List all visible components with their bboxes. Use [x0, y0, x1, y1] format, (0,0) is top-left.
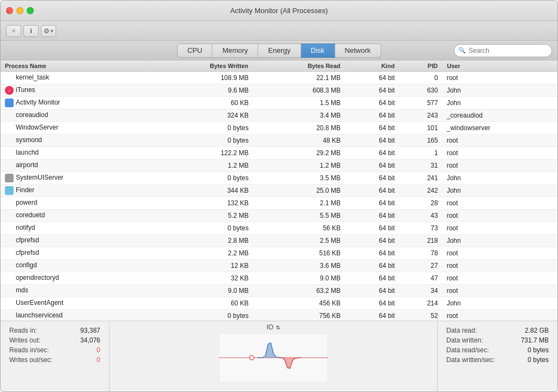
tab-memory[interactable]: Memory	[213, 44, 258, 58]
table-row[interactable]: opendirectoryd32 KB9.0 MB64 bit47root	[1, 272, 557, 285]
close-process-button[interactable]: ×	[6, 25, 21, 37]
col-header-kind[interactable]: Kind	[345, 60, 399, 72]
pid-cell: 31	[399, 160, 442, 172]
io-chart-svg	[219, 333, 328, 382]
user-cell: _windowserver	[442, 122, 557, 134]
table-row[interactable]: coreaudiod324 KB3.4 MB64 bit243_coreaudi…	[1, 109, 557, 122]
reads-in-label: Reads in:	[9, 327, 37, 334]
bytes-read-cell: 2.1 MB	[253, 197, 345, 210]
table-row[interactable]: airportd1.2 MB1.2 MB64 bit31root	[1, 160, 557, 172]
col-header-user[interactable]: User	[442, 60, 557, 72]
data-written-sec-label: Data written/sec:	[446, 356, 495, 364]
search-wrapper: 🔍	[454, 44, 552, 57]
table-row[interactable]: sysmond0 bytes48 KB64 bit165root	[1, 134, 557, 147]
bytes-read-cell: 456 KB	[253, 297, 345, 310]
data-read-sec-row: Data read/sec: 0 bytes	[446, 346, 549, 354]
minimize-button[interactable]	[16, 7, 23, 14]
bytes-read-cell: 48 KB	[253, 134, 345, 147]
kind-cell: 64 bit	[345, 260, 399, 272]
user-cell: root	[442, 272, 557, 285]
tab-disk[interactable]: Disk	[301, 44, 335, 58]
gear-button[interactable]: ⚙ ▾	[41, 25, 56, 37]
bytes-read-cell: 63.2 MB	[253, 285, 345, 297]
info-button[interactable]: i	[23, 25, 39, 37]
bytes-written-cell: 12 KB	[148, 260, 253, 272]
tab-cpu[interactable]: CPU	[177, 44, 213, 58]
search-input[interactable]	[454, 44, 552, 57]
col-header-name[interactable]: Process Name	[1, 60, 148, 72]
tab-energy[interactable]: Energy	[258, 44, 301, 58]
bytes-written-cell: 9.6 MB	[148, 84, 253, 97]
bytes-written-cell: 0 bytes	[148, 122, 253, 134]
table-row[interactable]: launchd122.2 MB29.2 MB64 bit1root	[1, 147, 557, 160]
table-row[interactable]: Activity Monitor60 KB1.5 MB64 bit577John	[1, 97, 557, 109]
table-row[interactable]: ♪iTunes9.6 MB608.3 MB64 bit630John	[1, 84, 557, 97]
io-chart-area: IO ⇅	[110, 321, 438, 391]
process-name-cell: airportd	[1, 160, 148, 172]
bytes-read-cell: 3.5 MB	[253, 172, 345, 185]
kind-cell: 64 bit	[345, 210, 399, 222]
table-row[interactable]: coreduetd5.2 MB5.5 MB64 bit43root	[1, 210, 557, 222]
bytes-written-cell: 122.2 MB	[148, 147, 253, 160]
close-button[interactable]: ×	[6, 7, 13, 14]
data-read-row: Data read: 2.82 GB	[446, 327, 549, 334]
table-row[interactable]: kernel_task108.9 MB22.1 MB64 bit0root	[1, 72, 557, 84]
kind-cell: 64 bit	[345, 172, 399, 185]
table-row[interactable]: UserEventAgent60 KB456 KB64 bit214John	[1, 297, 557, 310]
table-row[interactable]: Finder344 KB25.0 MB64 bit242John	[1, 185, 557, 197]
chart-label: IO	[266, 323, 274, 331]
writes-out-sec-row: Writes out/sec: 0	[9, 356, 100, 364]
pid-cell: 243	[399, 109, 442, 122]
bytes-read-cell: 1.2 MB	[253, 160, 345, 172]
chart-selector-icon[interactable]: ⇅	[276, 324, 280, 330]
writes-out-row: Writes out: 34,076	[9, 336, 100, 344]
process-name-cell: cfprefsd	[1, 235, 148, 247]
bytes-written-cell: 108.9 MB	[148, 72, 253, 84]
col-header-pid[interactable]: PID	[399, 60, 442, 72]
table-row[interactable]: SystemUIServer0 bytes3.5 MB64 bit241John	[1, 172, 557, 185]
table-row[interactable]: mds9.0 MB63.2 MB64 bit34root	[1, 285, 557, 297]
pid-cell: 52	[399, 310, 442, 321]
pid-cell: 214	[399, 297, 442, 310]
pid-cell: 101	[399, 122, 442, 134]
kind-cell: 64 bit	[345, 72, 399, 84]
tabbar: CPU Memory Energy Disk Network 🔍	[1, 41, 557, 60]
table-row[interactable]: cfprefsd2.2 MB516 KB64 bit78root	[1, 247, 557, 260]
user-cell: John	[442, 235, 557, 247]
pid-cell: 28	[399, 197, 442, 210]
traffic-lights: ×	[6, 7, 34, 14]
pid-cell: 577	[399, 97, 442, 109]
pid-cell: 27	[399, 260, 442, 272]
col-header-bytes-written[interactable]: Bytes Written	[148, 60, 253, 72]
kind-cell: 64 bit	[345, 185, 399, 197]
kind-cell: 64 bit	[345, 310, 399, 321]
process-name-cell: SystemUIServer	[1, 172, 148, 185]
reads-in-sec-value: 0	[96, 346, 100, 354]
table-row[interactable]: powerd132 KB2.1 MB64 bit28root	[1, 197, 557, 210]
process-name-cell: launchservicesd	[1, 310, 148, 321]
tab-network[interactable]: Network	[335, 44, 381, 58]
table-row[interactable]: WindowServer0 bytes20.8 MB64 bit101_wind…	[1, 122, 557, 134]
bottom-panel: Reads in: 93,387 Writes out: 34,076 Read…	[1, 321, 557, 391]
table-row[interactable]: cfprefsd2.8 MB2.5 MB64 bit218John	[1, 235, 557, 247]
col-header-bytes-read[interactable]: Bytes Read	[253, 60, 345, 72]
data-written-label: Data written:	[446, 336, 483, 344]
process-name-cell: coreaudiod	[1, 109, 148, 122]
user-cell: root	[442, 147, 557, 160]
process-name-cell: Activity Monitor	[1, 97, 148, 109]
table-row[interactable]: launchservicesd0 bytes756 KB64 bit52root	[1, 310, 557, 321]
toolbar: × i ⚙ ▾	[1, 21, 557, 41]
kind-cell: 64 bit	[345, 197, 399, 210]
table-row[interactable]: notifyd0 bytes56 KB64 bit73root	[1, 222, 557, 235]
bytes-written-cell: 32 KB	[148, 272, 253, 285]
writes-out-label: Writes out:	[9, 336, 40, 344]
bytes-read-cell: 29.2 MB	[253, 147, 345, 160]
table-row[interactable]: configd12 KB3.6 MB64 bit27root	[1, 260, 557, 272]
maximize-button[interactable]	[27, 7, 34, 14]
writes-out-value: 34,076	[80, 336, 100, 344]
process-name-cell: Finder	[1, 185, 148, 197]
writes-out-sec-label: Writes out/sec:	[9, 356, 52, 364]
process-table-container[interactable]: Process Name Bytes Written Bytes Read Ki…	[1, 60, 557, 321]
pid-cell: 43	[399, 210, 442, 222]
kind-cell: 64 bit	[345, 134, 399, 147]
